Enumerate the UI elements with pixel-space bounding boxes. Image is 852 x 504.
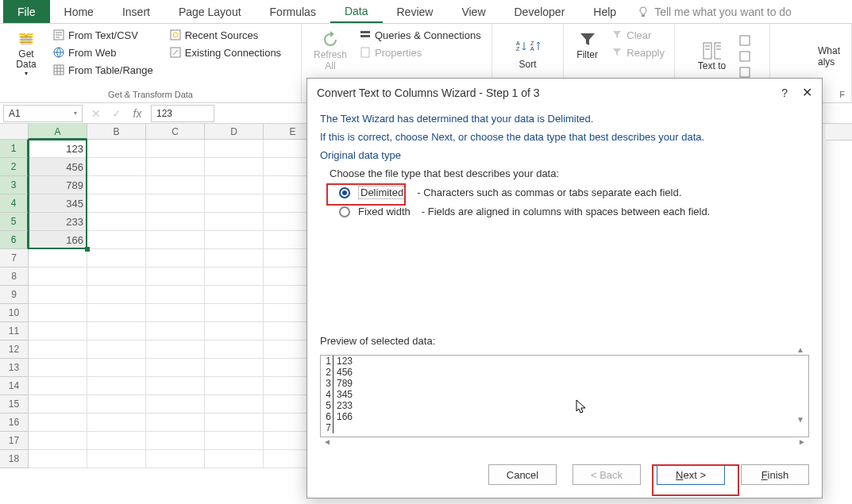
row-header-8[interactable]: 8 bbox=[0, 267, 29, 286]
cell[interactable] bbox=[146, 194, 205, 213]
cell[interactable]: 456 bbox=[29, 158, 87, 176]
cell[interactable] bbox=[205, 304, 264, 322]
cell[interactable] bbox=[29, 377, 87, 395]
cell[interactable] bbox=[29, 450, 87, 468]
flash-fill-icon[interactable] bbox=[738, 34, 751, 47]
cell[interactable] bbox=[29, 249, 87, 267]
cell[interactable] bbox=[205, 359, 264, 377]
cell[interactable] bbox=[146, 140, 205, 158]
cell[interactable] bbox=[146, 395, 205, 414]
fill-handle[interactable] bbox=[85, 247, 90, 252]
cell[interactable] bbox=[87, 286, 146, 304]
cell[interactable] bbox=[205, 414, 264, 432]
scroll-right-icon[interactable]: ► bbox=[798, 437, 806, 446]
row-header-9[interactable]: 9 bbox=[0, 286, 29, 304]
cell[interactable] bbox=[146, 286, 205, 304]
cell[interactable] bbox=[146, 340, 205, 359]
cell[interactable] bbox=[87, 194, 146, 213]
cell[interactable] bbox=[87, 432, 146, 450]
text-to-columns-button[interactable]: Text to bbox=[693, 38, 731, 75]
cell[interactable] bbox=[146, 322, 205, 340]
reapply-button[interactable]: Reapply bbox=[607, 44, 668, 60]
cell[interactable] bbox=[87, 140, 146, 158]
tab-home[interactable]: Home bbox=[50, 0, 108, 23]
row-header-12[interactable]: 12 bbox=[0, 340, 29, 359]
radio-fixed-width-row[interactable]: Fixed width - Fields are aligned in colu… bbox=[339, 206, 809, 217]
cell[interactable] bbox=[87, 304, 146, 322]
col-header-n[interactable]: N bbox=[826, 124, 852, 140]
cancel-button[interactable]: Cancel bbox=[488, 464, 557, 485]
sort-za-icon[interactable]: ZA bbox=[529, 40, 542, 52]
cell[interactable] bbox=[29, 304, 87, 322]
cell[interactable] bbox=[146, 176, 205, 194]
radio-delimited-row[interactable]: Delimited - Characters such as commas or… bbox=[339, 186, 809, 199]
existing-connections-button[interactable]: Existing Connections bbox=[166, 44, 284, 60]
cell[interactable]: 233 bbox=[29, 213, 87, 231]
cell[interactable] bbox=[29, 286, 87, 304]
col-header-c[interactable]: C bbox=[146, 124, 205, 140]
col-header-a[interactable]: A bbox=[29, 124, 87, 140]
remove-duplicates-icon[interactable] bbox=[738, 50, 751, 63]
name-box[interactable]: A1 ▾ bbox=[3, 105, 83, 122]
row-header-13[interactable]: 13 bbox=[0, 359, 29, 377]
row-header-15[interactable]: 15 bbox=[0, 395, 29, 414]
enter-formula-icon[interactable]: ✓ bbox=[106, 107, 127, 120]
cell[interactable] bbox=[87, 340, 146, 359]
row-header-14[interactable]: 14 bbox=[0, 377, 29, 395]
cell[interactable] bbox=[146, 213, 205, 231]
row-header-7[interactable]: 7 bbox=[0, 249, 29, 267]
cell[interactable] bbox=[29, 322, 87, 340]
tab-formulas[interactable]: Formulas bbox=[256, 0, 330, 23]
cell[interactable] bbox=[205, 140, 264, 158]
row-header-17[interactable]: 17 bbox=[0, 432, 29, 450]
what-if-button[interactable]: What alys bbox=[813, 42, 845, 71]
tab-view[interactable]: View bbox=[447, 0, 499, 23]
fx-icon[interactable]: fx bbox=[127, 107, 148, 120]
cell[interactable] bbox=[146, 267, 205, 286]
cell[interactable] bbox=[146, 414, 205, 432]
clear-button[interactable]: Clear bbox=[607, 27, 668, 43]
close-icon[interactable]: ✕ bbox=[802, 85, 812, 100]
cell[interactable] bbox=[205, 450, 264, 468]
cell[interactable] bbox=[205, 395, 264, 414]
cell[interactable] bbox=[29, 267, 87, 286]
cell[interactable] bbox=[87, 414, 146, 432]
cell[interactable] bbox=[146, 249, 205, 267]
scroll-down-icon[interactable]: ▼ bbox=[796, 415, 804, 424]
tab-page-layout[interactable]: Page Layout bbox=[164, 0, 256, 23]
cell[interactable] bbox=[205, 377, 264, 395]
from-web-button[interactable]: From Web bbox=[49, 44, 156, 60]
cell[interactable]: 789 bbox=[29, 176, 87, 194]
select-all-corner[interactable] bbox=[0, 124, 29, 140]
cell[interactable] bbox=[205, 340, 264, 359]
tab-developer[interactable]: Developer bbox=[500, 0, 580, 23]
tab-file[interactable]: File bbox=[3, 0, 50, 23]
tab-insert[interactable]: Insert bbox=[108, 0, 164, 23]
col-header-b[interactable]: B bbox=[87, 124, 146, 140]
cell[interactable] bbox=[205, 267, 264, 286]
queries-connections-button[interactable]: Queries & Connections bbox=[356, 27, 484, 43]
cell[interactable] bbox=[205, 322, 264, 340]
cell[interactable] bbox=[29, 395, 87, 414]
formula-input[interactable]: 123 bbox=[151, 105, 214, 122]
cell[interactable] bbox=[87, 267, 146, 286]
cell[interactable] bbox=[87, 213, 146, 231]
cell[interactable] bbox=[87, 322, 146, 340]
radio-fixed-width[interactable] bbox=[339, 206, 350, 217]
cell[interactable] bbox=[205, 158, 264, 176]
row-header-16[interactable]: 16 bbox=[0, 414, 29, 432]
tell-me-search[interactable]: Tell me what you want to do bbox=[637, 0, 792, 23]
cell[interactable] bbox=[205, 249, 264, 267]
cell[interactable] bbox=[146, 377, 205, 395]
cell[interactable] bbox=[146, 450, 205, 468]
from-table-range-button[interactable]: From Table/Range bbox=[49, 62, 156, 78]
row-header-10[interactable]: 10 bbox=[0, 304, 29, 322]
cell[interactable] bbox=[29, 414, 87, 432]
cell[interactable] bbox=[29, 340, 87, 359]
cell[interactable]: 166 bbox=[29, 231, 87, 249]
tab-help[interactable]: Help bbox=[579, 0, 630, 23]
row-header-1[interactable]: 1 bbox=[0, 140, 29, 158]
cell[interactable] bbox=[87, 359, 146, 377]
refresh-all-button[interactable]: Refresh All bbox=[308, 27, 353, 75]
scroll-left-icon[interactable]: ◄ bbox=[323, 437, 331, 446]
